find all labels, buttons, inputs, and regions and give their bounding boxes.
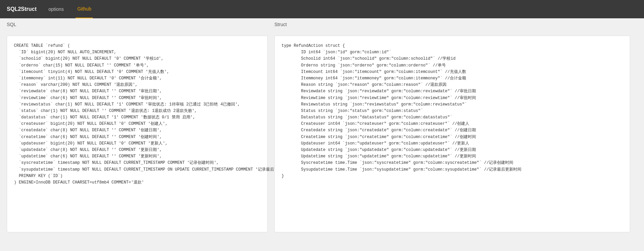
navbar: SQL2Struct options Github xyxy=(0,0,644,18)
nav-item-github[interactable]: Github xyxy=(76,0,93,18)
nav-brand[interactable]: SQL2Struct xyxy=(7,6,37,12)
top-labels: SQL Struct xyxy=(0,18,644,29)
sql-panel[interactable]: CREATE TABLE `refund` ( `ID` bigint(20) … xyxy=(7,36,268,232)
nav-item-options[interactable]: options xyxy=(47,0,65,18)
sql-label: SQL xyxy=(7,22,268,27)
struct-panel[interactable]: type RefundAction struct { ID int64 `jso… xyxy=(274,36,630,232)
main-content: CREATE TABLE `refund` ( `ID` bigint(20) … xyxy=(0,29,644,239)
struct-code[interactable]: type RefundAction struct { ID int64 `jso… xyxy=(280,41,625,181)
sql-code[interactable]: CREATE TABLE `refund` ( `ID` bigint(20) … xyxy=(12,41,262,188)
struct-label: Struct xyxy=(274,22,637,27)
